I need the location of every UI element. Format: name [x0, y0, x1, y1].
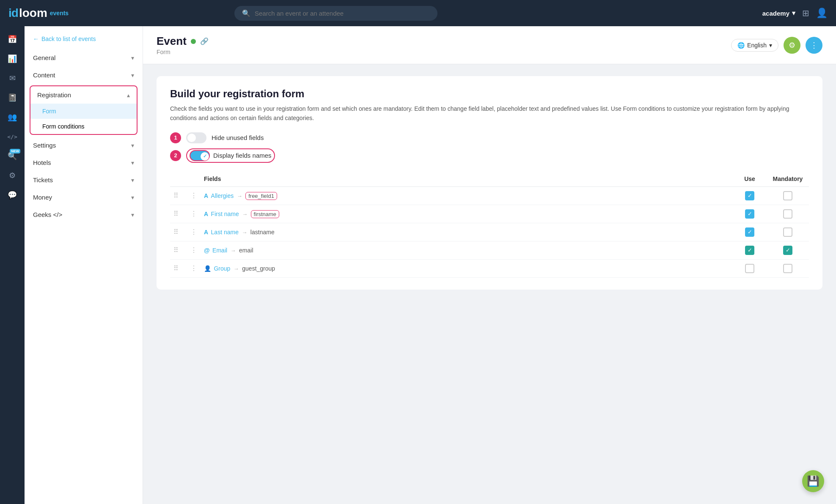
logo-loom: loom	[19, 6, 47, 20]
chevron-down-icon: ▾	[131, 159, 134, 166]
hide-unused-toggle[interactable]: ✕	[186, 132, 206, 143]
sidebar-icon-help[interactable]: 💬	[3, 186, 21, 204]
use-checkbox[interactable]: ✓	[745, 191, 754, 200]
table-header-row: Fields Use Mandatory	[170, 171, 809, 187]
field-type-icon: @	[204, 247, 210, 254]
field-label: Group	[214, 265, 230, 272]
use-cell: ✓	[733, 205, 767, 223]
use-cell: ✓	[733, 223, 767, 241]
drag-handle-icon[interactable]: ⠿	[173, 265, 179, 272]
field-key: free_field1	[245, 192, 277, 200]
save-icon: 💾	[807, 475, 820, 487]
icon-sidebar: 📅 📊 ✉ 📓 👥 </> 🔍 NEW ⚙ 💬	[0, 26, 25, 504]
save-button[interactable]: 💾	[802, 470, 824, 492]
col-use: Use	[733, 171, 767, 187]
use-checkbox[interactable]	[745, 264, 754, 273]
sidebar-icon-book[interactable]: 📓	[3, 89, 21, 107]
sidebar-section-tickets: Tickets ▾	[25, 171, 143, 189]
back-arrow-icon: ←	[33, 36, 39, 42]
drag-handle-cell: ⠿	[170, 223, 187, 241]
language-button[interactable]: 🌐 English ▾	[731, 39, 778, 52]
mandatory-checkbox[interactable]	[783, 227, 792, 237]
sidebar-icon-email[interactable]: ✉	[3, 69, 21, 87]
user-icon[interactable]: 👤	[816, 8, 828, 19]
globe-icon: 🌐	[737, 42, 745, 49]
toggle-hide-unused: ✕ Hide unused fields	[186, 132, 264, 143]
gear-icon: ⚙	[789, 41, 795, 50]
drag-handle-icon[interactable]: ⠿	[173, 228, 179, 236]
mandatory-checkbox[interactable]: ✓	[783, 246, 792, 255]
dots-menu-icon[interactable]: ⋮	[190, 192, 197, 199]
more-button[interactable]: ⋮	[806, 37, 822, 54]
grid-icon[interactable]: ⊞	[802, 8, 809, 18]
mandatory-checkbox[interactable]	[783, 209, 792, 219]
status-dot	[191, 39, 196, 44]
sidebar-section-hotels-header[interactable]: Hotels ▾	[25, 154, 143, 171]
sidebar-section-registration-header[interactable]: Registration ▴	[30, 86, 137, 104]
back-to-list-link[interactable]: ← Back to list of events	[25, 31, 143, 49]
field-arrow-icon: →	[234, 266, 239, 272]
sidebar-icon-search-new[interactable]: 🔍 NEW	[3, 147, 21, 165]
sidebar-item-form-conditions[interactable]: Form conditions	[30, 119, 137, 134]
mandatory-cell	[767, 186, 809, 205]
drag-handle-icon[interactable]: ⠿	[173, 247, 179, 254]
sidebar-icon-chart[interactable]: 📊	[3, 50, 21, 68]
chevron-up-icon: ▴	[127, 92, 130, 99]
table-row: ⠿ ⋮ 👤 Group → guest_group	[170, 259, 809, 277]
step-2-indicator: 2	[170, 150, 181, 161]
sidebar-section-money-header[interactable]: Money ▾	[25, 189, 143, 206]
sidebar-section-hotels-label: Hotels	[33, 159, 51, 166]
account-button[interactable]: academy ▾	[762, 9, 795, 17]
settings-button[interactable]: ⚙	[784, 37, 800, 54]
use-checkbox[interactable]: ✓	[745, 246, 754, 255]
drag-handle-icon[interactable]: ⠿	[173, 192, 179, 199]
nav-right: academy ▾ ⊞ 👤	[762, 8, 828, 19]
field-key: firstname	[251, 210, 279, 218]
sidebar-section-general-header[interactable]: General ▾	[25, 49, 143, 66]
dots-menu-icon[interactable]: ⋮	[190, 210, 197, 217]
col-drag	[170, 171, 187, 187]
use-checkbox[interactable]: ✓	[745, 227, 754, 237]
sidebar-icon-code[interactable]: </>	[3, 128, 21, 145]
sidebar-section-registration-label: Registration	[37, 91, 71, 99]
use-cell	[733, 259, 767, 277]
field-type-icon: 👤	[204, 265, 211, 272]
dots-menu-icon[interactable]: ⋮	[190, 247, 197, 254]
mandatory-checkbox[interactable]	[783, 191, 792, 200]
sidebar-section-content-header[interactable]: Content ▾	[25, 66, 143, 84]
sidebar-icon-calendar[interactable]: 📅	[3, 30, 21, 48]
sidebar-section-general-label: General	[33, 54, 55, 61]
drag-handle-icon[interactable]: ⠿	[173, 210, 179, 217]
field-arrow-icon: →	[242, 211, 248, 217]
sidebar-section-settings-header[interactable]: Settings ▾	[25, 137, 143, 154]
search-bar[interactable]: 🔍	[234, 6, 437, 21]
display-fields-toggle[interactable]: ✓	[190, 150, 210, 161]
left-sidebar: ← Back to list of events General ▾ Conte…	[25, 26, 143, 504]
sidebar-item-form[interactable]: Form	[30, 104, 137, 119]
event-header: Event 🔗 Form 🌐 English ▾ ⚙ ⋮	[143, 26, 836, 64]
app-logo[interactable]: id loom events	[8, 6, 69, 20]
sidebar-icon-settings[interactable]: ⚙	[3, 167, 21, 184]
field-arrow-icon: →	[231, 247, 236, 254]
sidebar-section-geeks-header[interactable]: Geeks </> ▾	[25, 206, 143, 223]
use-checkbox[interactable]: ✓	[745, 209, 754, 219]
external-link-icon[interactable]: 🔗	[200, 37, 209, 45]
menu-cell: ⋮	[187, 259, 201, 277]
drag-handle-cell: ⠿	[170, 186, 187, 205]
sidebar-section-registration: Registration ▴ Form Form conditions	[30, 85, 138, 135]
mandatory-cell	[767, 259, 809, 277]
mandatory-checkbox[interactable]	[783, 264, 792, 273]
sidebar-section-geeks: Geeks </> ▾	[25, 206, 143, 223]
search-input[interactable]	[255, 10, 430, 17]
sidebar-section-tickets-header[interactable]: Tickets ▾	[25, 171, 143, 189]
chevron-down-icon: ▾	[131, 55, 134, 61]
sidebar-section-general: General ▾	[25, 49, 143, 66]
table-row: ⠿ ⋮ A Allergies → free_field1	[170, 186, 809, 205]
dots-menu-icon[interactable]: ⋮	[190, 265, 197, 272]
sidebar-icon-users[interactable]: 👥	[3, 108, 21, 126]
field-label: Last name	[211, 229, 239, 236]
dots-menu-icon[interactable]: ⋮	[190, 228, 197, 236]
sidebar-section-geeks-label: Geeks </>	[33, 211, 62, 218]
more-icon: ⋮	[810, 41, 818, 50]
toggle-display-fields-row: 2 ✓ Display fields names	[170, 148, 809, 163]
